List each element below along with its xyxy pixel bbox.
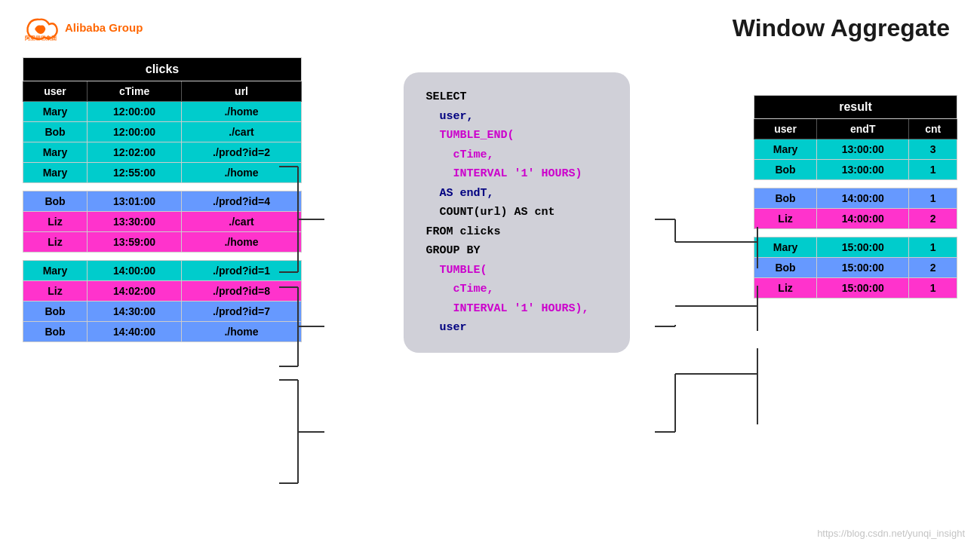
result-table-title: result bbox=[754, 96, 957, 119]
alibaba-logo-icon: 阿里巴巴集团 bbox=[23, 14, 59, 42]
main-content: clicks user cTime url Mary12:00:00./home… bbox=[0, 50, 980, 534]
table-row: Mary14:00:00./prod?id=1 bbox=[23, 261, 302, 281]
clicks-table-title: clicks bbox=[23, 58, 302, 81]
table-row: Bob13:01:00./prod?id=4 bbox=[23, 191, 302, 212]
sql-ctime2: cTime, bbox=[426, 283, 494, 295]
table-row: Liz14:02:00./prod?id=8 bbox=[23, 281, 302, 302]
table-row: Mary12:00:00./home bbox=[23, 102, 302, 122]
sql-select: SELECT bbox=[426, 90, 467, 103]
sql-user: user, bbox=[426, 110, 474, 123]
group-separator bbox=[23, 183, 302, 191]
table-row: Mary12:02:00./prod?id=2 bbox=[23, 142, 302, 163]
table-row: Bob14:00:001 bbox=[754, 188, 957, 209]
table-row: Mary15:00:001 bbox=[754, 237, 957, 258]
table-row: Bob13:00:001 bbox=[754, 160, 957, 180]
logo-main-text: Alibaba Group bbox=[65, 20, 143, 35]
sql-interval2: INTERVAL '1' HOURS), bbox=[426, 302, 589, 315]
sql-as-endt: AS endT, bbox=[426, 187, 494, 200]
result-col-endt: endT bbox=[817, 119, 909, 139]
clicks-table: clicks user cTime url Mary12:00:00./home… bbox=[23, 57, 302, 342]
group-separator bbox=[23, 253, 302, 261]
table-row: Bob14:30:00./prod?id=7 bbox=[23, 302, 302, 322]
sql-count: COUNT(url) AS cnt bbox=[426, 206, 555, 219]
result-table: result user endT cnt Mary13:00:003 Bob13… bbox=[754, 95, 957, 299]
clicks-col-ctime: cTime bbox=[88, 81, 182, 102]
sql-tumble-end: TUMBLE_END( bbox=[426, 129, 515, 142]
table-row: Bob15:00:002 bbox=[754, 258, 957, 278]
sql-area: SELECT user, TUMBLE_END( cTime, INTERVAL… bbox=[302, 72, 731, 353]
clicks-table-area: clicks user cTime url Mary12:00:00./home… bbox=[23, 57, 302, 342]
group-separator bbox=[754, 229, 957, 237]
sql-user2: user bbox=[426, 321, 467, 334]
sql-box: SELECT user, TUMBLE_END( cTime, INTERVAL… bbox=[404, 72, 630, 353]
table-row: Liz13:30:00./cart bbox=[23, 212, 302, 232]
table-row: Mary13:00:003 bbox=[754, 139, 957, 160]
header: 阿里巴巴集团 Alibaba Group Window Aggregate bbox=[0, 0, 980, 50]
sql-interval1: INTERVAL '1' HOURS) bbox=[426, 167, 582, 180]
result-table-area: result user endT cnt Mary13:00:003 Bob13… bbox=[754, 95, 957, 299]
table-row: Liz15:00:001 bbox=[754, 278, 957, 299]
table-row: Liz14:00:002 bbox=[754, 209, 957, 229]
table-row: Liz13:59:00./home bbox=[23, 232, 302, 253]
logo-text: Alibaba Group bbox=[65, 20, 143, 35]
sql-groupby: GROUP BY bbox=[426, 244, 481, 257]
page-title: Window Aggregate bbox=[733, 14, 950, 42]
clicks-col-user: user bbox=[23, 81, 88, 102]
result-col-user: user bbox=[754, 119, 817, 139]
table-row: Mary12:55:00./home bbox=[23, 163, 302, 183]
sql-from: FROM clicks bbox=[426, 225, 501, 238]
svg-text:阿里巴巴集团: 阿里巴巴集团 bbox=[25, 35, 57, 41]
clicks-col-url: url bbox=[182, 81, 302, 102]
logo-area: 阿里巴巴集团 Alibaba Group bbox=[23, 14, 143, 42]
group-separator bbox=[754, 180, 957, 188]
table-row: Bob12:00:00./cart bbox=[23, 122, 302, 142]
table-row: Bob14:40:00./home bbox=[23, 322, 302, 342]
sql-ctime: cTime, bbox=[426, 148, 494, 161]
result-col-cnt: cnt bbox=[909, 119, 957, 139]
watermark: https://blog.csdn.net/yunqi_insight bbox=[817, 528, 965, 539]
sql-tumble: TUMBLE( bbox=[426, 264, 487, 277]
